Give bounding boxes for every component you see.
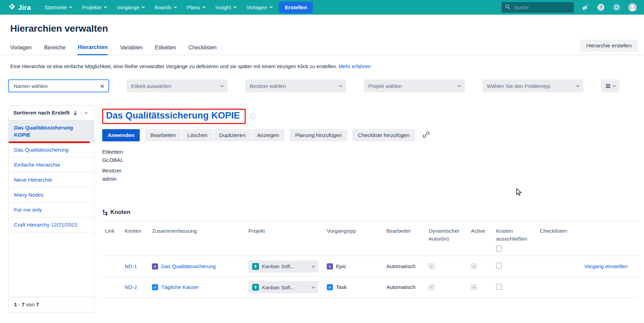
navbar-right: ? [502, 2, 637, 13]
project-avatar [252, 284, 259, 291]
col-zusammenfassung: Zusammenfassung [152, 227, 248, 235]
project-dropdown[interactable]: Kanban Soft... [248, 260, 318, 273]
add-checklist-button[interactable]: Checkliste hinzufügen [352, 129, 415, 141]
chevron-down-icon [269, 5, 273, 9]
hierarchy-list: Das Qualitätssicherung KOPIE Das Qualitä… [9, 120, 94, 232]
apply-button[interactable]: Anwenden [102, 129, 140, 141]
owner-select[interactable]: Besitzer wählen [245, 79, 346, 92]
content-area: Sortieren nach Erstellt Das Qualitätssic… [0, 105, 644, 312]
delete-button[interactable]: Löschen [182, 129, 213, 141]
nav-item-insight[interactable]: Insight [215, 4, 236, 11]
jira-logo-text: Jira [18, 3, 31, 12]
chevron-down-icon [312, 285, 315, 289]
clear-icon[interactable]: × [100, 82, 104, 90]
hierarchy-item[interactable]: Das Qualitätssicherung [9, 142, 94, 157]
project-dropdown[interactable]: Kanban Soft... [248, 281, 318, 293]
dynamic-author-checkbox [429, 263, 434, 269]
node-row: ND-1 Das Qualitätssicherung Kanban Soft.… [102, 256, 640, 277]
col-knoten: Knoten [125, 227, 152, 235]
hierarchy-tree-icon [102, 210, 108, 215]
active-checkbox [471, 263, 477, 269]
chevron-down-icon [104, 5, 107, 9]
nav-item-boards[interactable]: Boards [155, 4, 177, 11]
hierarchy-item[interactable]: Neue Hierarchie [9, 172, 94, 187]
jira-logo[interactable]: Jira [8, 3, 31, 12]
svg-text:?: ? [599, 5, 602, 10]
hierarchy-item[interactable]: Einfache Hierarchie [9, 157, 94, 172]
owner-label: Besitzer: [102, 167, 644, 175]
tab-etiketten[interactable]: Etiketten [155, 45, 176, 55]
chevron-down-icon [69, 5, 72, 9]
name-filter-input[interactable] [13, 83, 97, 89]
assignee-cell: Automatisch [386, 284, 429, 290]
user-avatar[interactable] [628, 3, 637, 12]
search-input[interactable] [513, 4, 570, 11]
sort-header[interactable]: Sortieren nach Erstellt [9, 106, 94, 120]
hierarchy-item-selected[interactable]: Das Qualitätssicherung KOPIE [9, 120, 94, 142]
label-select[interactable]: Etikett auswählen [127, 79, 228, 92]
issuetype-cell: Task [327, 284, 386, 290]
col-knoten-ausschliessen: Knoten ausschließen [496, 227, 540, 251]
announcement-icon[interactable] [581, 3, 589, 12]
settings-gear-icon[interactable] [612, 3, 621, 12]
tab-variablen[interactable]: Variablen [120, 45, 142, 55]
tab-vorlagen[interactable]: Vorlagen [10, 45, 32, 55]
tab-bereiche[interactable]: Bereiche [44, 45, 65, 55]
hierarchy-item[interactable]: Craft Hierarchy 12/21/2022 [9, 217, 94, 232]
learn-more-link[interactable]: Mehr erfahren [339, 63, 371, 69]
show-button[interactable]: Anzeigen [252, 129, 285, 141]
nodes-section: Knoten Link Knoten Zusammenfassung Proje… [102, 209, 644, 298]
copy-link-button[interactable] [421, 129, 431, 141]
hierarchy-item[interactable]: Many Nodes [9, 187, 94, 202]
exclude-node-checkbox[interactable] [496, 284, 502, 290]
main-nav: Startseite Projekte Vorgänge Boards Plan… [44, 4, 272, 11]
chevron-down-icon [339, 84, 342, 87]
labels-value: GLOBAL [102, 156, 644, 164]
exclude-all-checkbox[interactable] [496, 246, 502, 251]
col-projekt: Projekt [248, 227, 327, 235]
chevron-down-icon [220, 84, 224, 87]
create-button[interactable]: Erstellen [279, 2, 313, 13]
annotation-red-box: Das Qualitätssicherung KOPIE [102, 109, 246, 124]
edit-button-group: Bearbeiten Löschen Duplizieren Anzeigen [145, 129, 285, 141]
owner-value: admin [102, 175, 644, 183]
dynamic-author-checkbox [429, 284, 434, 290]
chevron-down-icon [174, 5, 177, 9]
nav-item-plans[interactable]: Plans [187, 4, 205, 11]
chevron-down-icon[interactable] [85, 111, 88, 114]
nav-item-vorlagen[interactable]: Vorlagen [246, 4, 272, 11]
summary-cell: Tägliche Kasse! [152, 284, 248, 290]
nav-item-vorgaenge[interactable]: Vorgänge [117, 4, 144, 11]
nodes-table-header: Link Knoten Zusammenfassung Projekt Vorg… [102, 221, 640, 256]
duplicate-button[interactable]: Duplizieren [214, 129, 251, 141]
checklist-cell: Vorgang einstellen [540, 263, 640, 270]
nav-item-startseite[interactable]: Startseite [44, 4, 72, 11]
hamburger-icon [605, 84, 611, 88]
hierarchy-item[interactable]: For me only [9, 202, 94, 217]
col-active: Active [471, 227, 496, 235]
summary-link[interactable]: Das Qualitätssicherung [161, 263, 216, 270]
col-checklisten: Checklisten [540, 227, 640, 235]
info-icon[interactable]: i [250, 113, 256, 119]
search-icon [505, 4, 510, 11]
global-search[interactable] [502, 2, 574, 13]
issuetype-cell: Epic [327, 263, 386, 270]
chevron-down-icon [576, 84, 580, 87]
project-select[interactable]: Projekt wählen [364, 79, 465, 92]
chevron-down-icon [458, 84, 461, 87]
summary-link[interactable]: Tägliche Kasse! [161, 284, 199, 290]
exclude-node-checkbox[interactable] [496, 263, 502, 268]
view-options-button[interactable] [601, 79, 619, 92]
nav-item-projekte[interactable]: Projekte [82, 4, 107, 11]
issuetype-select[interactable]: Wählen Sie den Problemtyp [482, 79, 583, 92]
create-hierarchy-button[interactable]: Hierarchie erstellen [580, 40, 638, 52]
help-icon[interactable]: ? [597, 3, 605, 12]
set-issue-link[interactable]: Vorgang einstellen [584, 263, 628, 269]
add-plan-button[interactable]: Planung hinzufügen [290, 129, 347, 141]
tab-hierarchien[interactable]: Hierarchien [78, 44, 108, 55]
hierarchy-list-sidebar: Sortieren nach Erstellt Das Qualitätssic… [8, 105, 94, 312]
project-avatar [252, 263, 259, 270]
edit-button[interactable]: Bearbeiten [145, 129, 181, 141]
tab-checklisten[interactable]: Checklisten [188, 45, 217, 55]
task-icon [152, 284, 158, 290]
